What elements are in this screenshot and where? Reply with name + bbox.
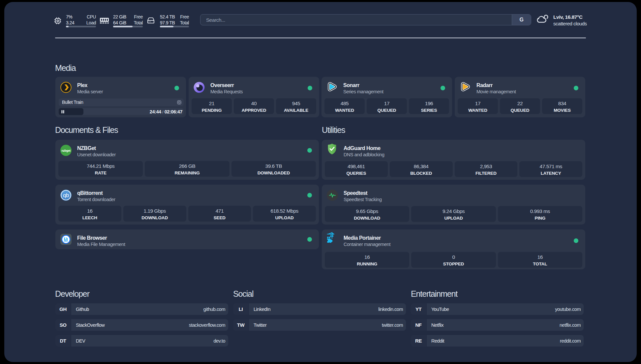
svg-text:qb: qb [63, 192, 69, 198]
svg-text:nzbget: nzbget [61, 149, 70, 152]
